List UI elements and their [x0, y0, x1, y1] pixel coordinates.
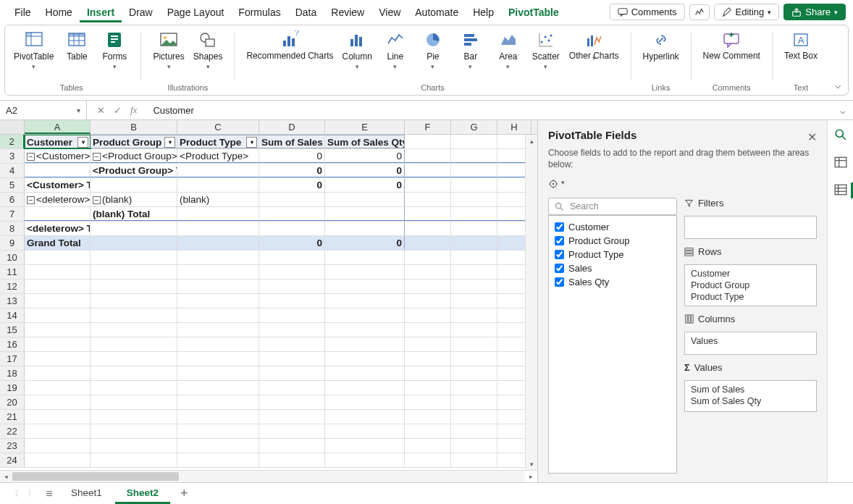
bar-chart-button[interactable]: Bar▾ [455, 28, 487, 72]
sheet-tab-sheet1[interactable]: Sheet1 [59, 484, 114, 504]
share-button[interactable]: Share ▾ [783, 4, 846, 20]
vertical-scrollbar[interactable]: ▴ ▾ [525, 135, 537, 470]
row-header-2[interactable]: 2 [0, 135, 25, 148]
row-header-20[interactable]: 20 [0, 395, 25, 409]
cell-A15[interactable] [25, 323, 91, 337]
row-header-17[interactable]: 17 [0, 352, 25, 366]
cell-A7[interactable] [25, 207, 91, 221]
cell-E4[interactable]: 0 [325, 164, 405, 177]
cell-C24[interactable] [177, 453, 259, 467]
menu-help[interactable]: Help [466, 2, 501, 22]
cell-B3[interactable]: −<Product Group> [91, 149, 177, 163]
cell-C10[interactable] [177, 251, 259, 264]
collapse-icon[interactable]: − [93, 196, 101, 204]
cell-A8[interactable]: <deleterow> Total [25, 222, 91, 235]
cell-E5[interactable]: 0 [325, 178, 405, 192]
cell-D22[interactable] [259, 424, 325, 438]
cell-E23[interactable] [325, 439, 405, 453]
cell-A14[interactable] [25, 308, 91, 322]
row-header-14[interactable]: 14 [0, 308, 25, 322]
pivot-field-list[interactable]: CustomerProduct GroupProduct TypeSalesSa… [548, 215, 677, 474]
pivottable-button[interactable]: PivotTable▾ [12, 28, 55, 72]
prev-sheet-button[interactable]: 〈 [7, 487, 22, 500]
accept-formula-icon[interactable]: ✓ [114, 105, 122, 116]
cell-E2[interactable]: Sum of Sales Qty [325, 135, 405, 148]
cell-E18[interactable] [325, 366, 405, 380]
area-chart-button[interactable]: Area▾ [492, 28, 524, 72]
pivot-settings-button[interactable]: ▾ [548, 176, 817, 192]
shapes-button[interactable]: Shapes▾ [192, 28, 224, 72]
cell-C6[interactable]: (blank) [177, 193, 259, 206]
cell-B9[interactable] [91, 236, 177, 250]
cell-E10[interactable] [325, 251, 405, 264]
cell-A13[interactable] [25, 294, 91, 308]
pivot-search-input[interactable]: Search [548, 198, 677, 215]
menu-view[interactable]: View [371, 2, 408, 22]
row-header-24[interactable]: 24 [0, 453, 25, 467]
cell-A17[interactable] [25, 352, 91, 366]
textbox-button[interactable]: AText Box [783, 28, 819, 63]
cell-E21[interactable] [325, 410, 405, 424]
cell-B18[interactable] [91, 366, 177, 380]
cell-A12[interactable] [25, 280, 91, 293]
field-checkbox[interactable] [555, 250, 564, 259]
cell-C21[interactable] [177, 410, 259, 424]
cell-D3[interactable]: 0 [259, 149, 325, 163]
cell-F22[interactable] [405, 424, 451, 438]
cell-F8[interactable] [405, 222, 451, 235]
cell-C4[interactable] [177, 164, 259, 177]
cell-G5[interactable] [451, 178, 497, 192]
cell-G7[interactable] [451, 207, 497, 221]
pivot-sidebar-icon[interactable] [833, 155, 848, 169]
cell-E12[interactable] [325, 280, 405, 293]
cell-B7[interactable]: (blank) Total [91, 207, 177, 221]
cell-F24[interactable] [405, 453, 451, 467]
cell-D9[interactable]: 0 [259, 236, 325, 250]
formulabar-expand[interactable]: ⌵ [833, 105, 853, 116]
cell-E3[interactable]: 0 [325, 149, 405, 163]
cell-F14[interactable] [405, 308, 451, 322]
cell-A18[interactable] [25, 366, 91, 380]
cell-F10[interactable] [405, 251, 451, 264]
cell-D18[interactable] [259, 366, 325, 380]
dropzone-item[interactable]: Sum of Sales [691, 384, 810, 395]
next-sheet-button[interactable]: 〉 [25, 487, 39, 500]
table-button[interactable]: Table [61, 28, 93, 63]
cell-G17[interactable] [451, 352, 497, 366]
filter-dropdown-icon[interactable]: ▾ [164, 137, 175, 148]
cell-C13[interactable] [177, 294, 259, 308]
collapse-icon[interactable]: − [27, 153, 35, 161]
cell-E13[interactable] [325, 294, 405, 308]
cell-C7[interactable] [177, 207, 259, 221]
name-box[interactable]: A2▾ [0, 101, 87, 119]
cell-E11[interactable] [325, 265, 405, 279]
cell-A22[interactable] [25, 424, 91, 438]
cell-F11[interactable] [405, 265, 451, 279]
cell-B13[interactable] [91, 294, 177, 308]
cell-A24[interactable] [25, 453, 91, 467]
cell-F23[interactable] [405, 439, 451, 453]
cell-G24[interactable] [451, 453, 497, 467]
search-sidebar-icon[interactable] [833, 127, 848, 142]
field-checkbox[interactable] [555, 222, 564, 232]
dropzone-item[interactable]: Customer [691, 268, 810, 280]
comments-button[interactable]: Comments [610, 4, 685, 20]
menu-home[interactable]: Home [38, 2, 80, 22]
field-sales-qty[interactable]: Sales Qty [552, 275, 673, 289]
ribbon-expand-button[interactable]: ⌵ [835, 79, 841, 91]
cell-F16[interactable] [405, 337, 451, 351]
menu-formulas[interactable]: Formulas [231, 2, 287, 22]
cell-E20[interactable] [325, 395, 405, 409]
cell-C12[interactable] [177, 280, 259, 293]
rows-dropzone[interactable]: CustomerProduct GroupProduct Type [684, 264, 817, 306]
sheet-tab-sheet2[interactable]: Sheet2 [115, 484, 170, 504]
cell-G13[interactable] [451, 294, 497, 308]
cell-D7[interactable] [259, 207, 325, 221]
cell-C18[interactable] [177, 366, 259, 380]
field-customer[interactable]: Customer [552, 220, 673, 234]
new-comment-button[interactable]: New Comment [702, 28, 762, 63]
cell-F12[interactable] [405, 280, 451, 293]
cell-B10[interactable] [91, 251, 177, 264]
row-header-3[interactable]: 3 [0, 149, 25, 163]
cell-F5[interactable] [405, 178, 451, 192]
